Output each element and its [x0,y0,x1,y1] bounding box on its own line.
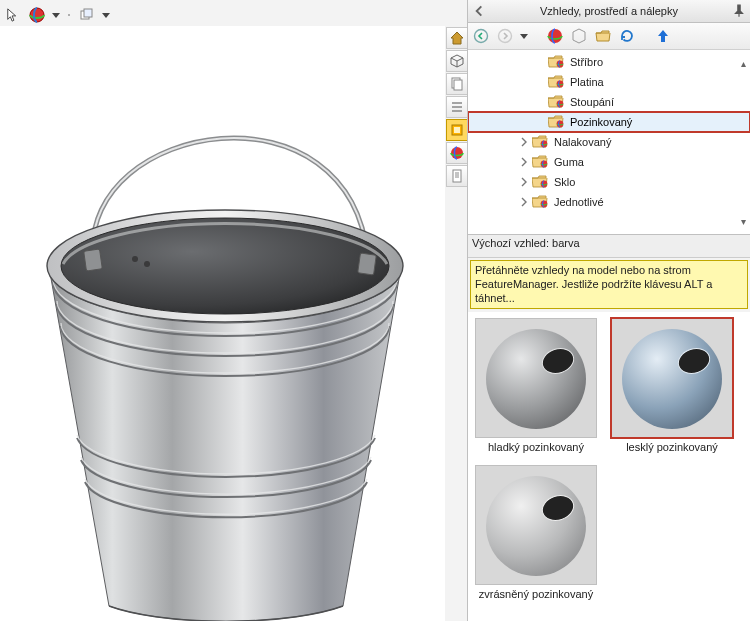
tree-expander-icon[interactable] [534,76,546,88]
cube-tab-icon[interactable] [446,50,468,72]
panel-pin-icon[interactable] [732,4,746,18]
appearance-dropdown[interactable] [52,6,60,24]
tree-item[interactable]: Stříbro [468,52,750,72]
svg-point-14 [451,147,463,159]
panel-toolbar [468,23,750,50]
tree-item-label: Platina [568,76,606,88]
svg-point-18 [548,29,562,43]
tree-expander-icon[interactable] [518,176,530,188]
svg-point-17 [499,30,512,43]
tree-item[interactable]: Pozinkovaný [468,112,750,132]
svg-point-20 [557,81,564,88]
svg-rect-11 [454,80,462,90]
panel-titlebar: Vzhledy, prostředí a nálepky [468,0,750,23]
default-appearance-label: Výchozí vzhled: barva [468,235,750,258]
list-tab-icon[interactable] [446,96,468,118]
open-folder-icon[interactable] [594,27,612,45]
tree-item-label: Jednotlivé [552,196,606,208]
folder-appearance-icon [548,115,564,129]
model-bucket [13,66,433,621]
appearance-thumbnail[interactable] [611,318,733,438]
nav-forward-icon[interactable] [496,27,514,45]
tree-expander-icon[interactable] [518,196,530,208]
appearance-globe2-icon[interactable] [546,27,564,45]
document-tab-icon[interactable] [446,165,468,187]
svg-point-28 [486,329,586,429]
appearance-globe-icon[interactable] [28,6,46,24]
appearance-preview-card[interactable]: zvrásněný pozinkovaný [474,465,598,600]
svg-point-0 [30,8,44,22]
appearances-tab-icon[interactable] [446,142,468,164]
tree-item[interactable]: Nalakovaný [468,132,750,152]
appearances-panel: Vzhledy, prostředí a nálepky StříbroPlat… [467,0,750,621]
folder-appearance-icon [532,175,548,189]
tree-expander-icon[interactable] [534,96,546,108]
cursor-icon[interactable] [4,6,22,24]
nav-history-dropdown[interactable] [520,27,528,45]
taskpane-tab-strip [445,26,467,188]
panel-back-icon[interactable] [472,4,486,18]
appearance-preview-label: zvrásněný pozinkovaný [479,588,593,600]
svg-point-4 [61,218,389,314]
view-dropdown[interactable] [102,6,110,24]
refresh-icon[interactable] [618,27,636,45]
tree-item[interactable]: Platina [468,72,750,92]
tree-item-label: Stříbro [568,56,605,68]
svg-point-26 [541,201,548,208]
svg-point-16 [475,30,488,43]
folder-appearance-icon [532,195,548,209]
svg-point-36 [486,476,586,576]
tree-item-label: Pozinkovaný [568,116,634,128]
svg-point-23 [541,141,548,148]
panel-title-text: Vzhledy, prostředí a nálepky [486,5,732,17]
up-arrow-icon[interactable] [654,27,672,45]
appearance-preview-label: lesklý pozinkovaný [626,441,718,453]
svg-rect-7 [357,253,376,275]
graphics-viewport[interactable] [0,26,445,621]
nav-back-icon[interactable] [472,27,490,45]
appearance-thumbnail[interactable] [475,465,597,585]
appearance-thumbnail[interactable] [475,318,597,438]
svg-rect-13 [454,127,460,133]
tree-expander-icon[interactable] [518,136,530,148]
tree-item[interactable]: Guma [468,152,750,172]
tree-item[interactable]: Stoupání [468,92,750,112]
toolbar-separator [68,14,70,16]
scroll-indicator-bottom: ▾ [741,216,746,227]
svg-point-22 [557,121,564,128]
tree-expander-icon[interactable] [534,56,546,68]
appearance-preview-card[interactable]: lesklý pozinkovaný [610,318,734,453]
svg-rect-6 [83,249,102,271]
folder-appearance-icon [548,75,564,89]
appearance-preview-card[interactable]: hladký pozinkovaný [474,318,598,453]
svg-rect-15 [453,170,461,182]
svg-point-8 [132,256,138,262]
svg-point-25 [541,181,548,188]
folder-appearance-icon [548,95,564,109]
svg-point-19 [557,61,564,68]
svg-point-21 [557,101,564,108]
files-tab-icon[interactable] [446,73,468,95]
tree-item[interactable]: Jednotlivé [468,192,750,212]
drag-hint-box: Přetáhněte vzhledy na model nebo na stro… [470,260,748,309]
home-tab-icon[interactable] [446,27,468,49]
tree-item-label: Stoupání [568,96,616,108]
tree-item-label: Sklo [552,176,577,188]
tree-expander-icon[interactable] [534,116,546,128]
svg-point-32 [622,329,722,429]
hint-line-2: FeatureManager. Jestliže podržíte kláves… [475,278,743,306]
hint-line-1: Přetáhněte vzhledy na model nebo na stro… [475,264,743,278]
view-cube-icon[interactable] [78,6,96,24]
appearance-preview-label: hladký pozinkovaný [488,441,584,453]
tree-item[interactable]: Sklo [468,172,750,192]
folder-appearance-icon [548,55,564,69]
appearance-tree[interactable]: StříbroPlatinaStoupáníPozinkovanýNalakov… [468,50,750,235]
svg-point-9 [144,261,150,267]
scene-icon[interactable] [570,27,588,45]
tree-item-label: Guma [552,156,586,168]
tree-expander-icon[interactable] [518,156,530,168]
folder-appearance-icon [532,135,548,149]
layers-tab-icon[interactable] [446,119,468,141]
folder-appearance-icon [532,155,548,169]
appearance-preview-area: hladký pozinkovanýlesklý pozinkovanýzvrá… [468,312,750,621]
